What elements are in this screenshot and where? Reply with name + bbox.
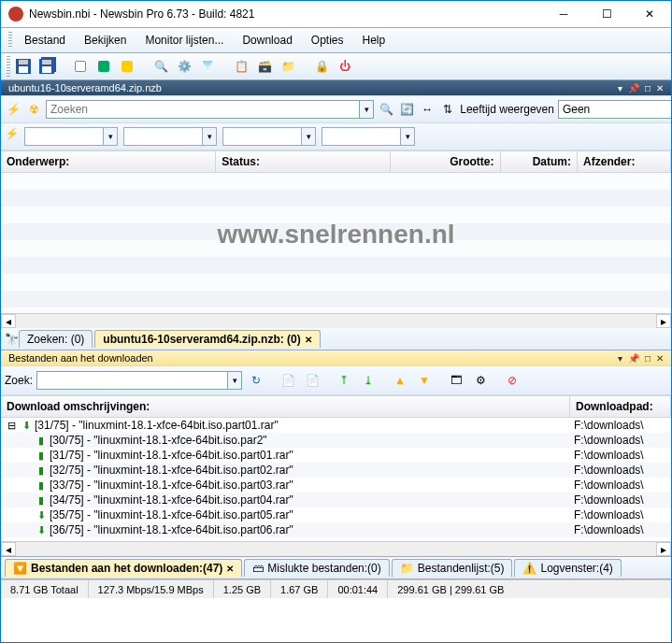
dl-panel-menu-icon[interactable]: ▾ bbox=[618, 353, 622, 364]
add-group-button[interactable]: 📁 bbox=[278, 56, 298, 77]
panel-close-icon[interactable]: ✕ bbox=[656, 83, 664, 93]
move-down-button[interactable]: ▼ bbox=[414, 370, 435, 391]
tab-downloads[interactable]: 🔽 Bestanden aan het downloaden:(47) ✕ bbox=[5, 559, 242, 577]
col-status[interactable]: Status: bbox=[216, 151, 391, 172]
row-path: F:\downloads\ bbox=[574, 523, 667, 536]
tab-filelist[interactable]: 📁 Bestandenlijst:(5) bbox=[392, 559, 513, 577]
monitor-button[interactable] bbox=[93, 56, 114, 77]
download-icon[interactable]: ↔ bbox=[419, 101, 436, 118]
panel-max-icon[interactable]: □ bbox=[645, 83, 651, 93]
menu-monitor[interactable]: Monitor lijsten... bbox=[137, 32, 231, 49]
download-row[interactable]: ⬇[35/75] - "linuxmint-18.1-xfce-64bit.is… bbox=[1, 507, 671, 522]
status-time: 00:01:44 bbox=[328, 580, 388, 598]
col-grootte[interactable]: Grootte: bbox=[391, 151, 500, 172]
tab-zoeken[interactable]: Zoeken: (0) bbox=[19, 330, 93, 348]
tab-close-icon[interactable]: ✕ bbox=[226, 564, 234, 574]
radiation-icon[interactable]: ☢ bbox=[25, 101, 42, 118]
settings-button[interactable]: ⚙️ bbox=[174, 56, 194, 77]
download-panel-title: Bestanden aan het downloaden bbox=[8, 352, 153, 364]
download-row[interactable]: ⬇[36/75] - "linuxmint-18.1-xfce-64bit.is… bbox=[1, 522, 671, 537]
app-icon bbox=[8, 7, 23, 21]
col-dl-desc[interactable]: Download omschrijvingen: bbox=[1, 396, 570, 417]
tab-failed[interactable]: 🗃 Mislukte bestanden:(0) bbox=[244, 559, 389, 577]
list1-button[interactable]: 📄 bbox=[278, 370, 298, 391]
download-row[interactable]: ▮[33/75] - "linuxmint-18.1-xfce-64bit.is… bbox=[1, 478, 671, 493]
dl-panel-close-icon[interactable]: ✕ bbox=[656, 353, 664, 364]
bolt-icon-2[interactable]: ⚡ bbox=[5, 127, 19, 146]
download-row[interactable]: ▮[30/75] - "linuxmint-18.1-xfce-64bit.is… bbox=[1, 433, 671, 448]
dl-scrollbar[interactable]: ◂ ▸ bbox=[1, 541, 671, 556]
col-dl-path[interactable]: Downloadpad: bbox=[570, 396, 671, 417]
menu-opties[interactable]: Opties bbox=[304, 32, 351, 49]
toolbar-grip[interactable] bbox=[7, 56, 10, 77]
search-icon[interactable]: 🔍 bbox=[378, 101, 394, 118]
row-path: F:\downloads\ bbox=[574, 493, 667, 507]
binoculars-icon: 🔭 bbox=[5, 333, 19, 346]
move-up-button[interactable]: ▲ bbox=[390, 370, 410, 391]
save-button[interactable] bbox=[13, 56, 34, 77]
tab-log[interactable]: ⚠️ Logvenster:(4) bbox=[514, 559, 621, 577]
add-list-button[interactable]: 📋 bbox=[231, 56, 251, 77]
download-search-input[interactable] bbox=[36, 371, 227, 390]
download-list[interactable]: ⊟⬇ [31/75] - "linuxmint-18.1-xfce-64bit.… bbox=[1, 418, 671, 541]
warning-button[interactable] bbox=[117, 56, 137, 77]
panel-menu-icon[interactable]: ▾ bbox=[618, 83, 622, 93]
move-bottom-button[interactable]: ⤓ bbox=[358, 370, 379, 391]
action2-button[interactable]: ⚙ bbox=[470, 370, 491, 391]
save-all-button[interactable] bbox=[36, 56, 57, 77]
download-row[interactable]: ▮[34/75] - "linuxmint-18.1-xfce-64bit.is… bbox=[1, 493, 671, 507]
main-toolbar: 🔍 ⚙️ 📋 🗃️ 📁 🔒 ⏻ bbox=[1, 53, 671, 80]
col-afzender[interactable]: Afzender: bbox=[578, 151, 671, 172]
search-dropdown-button[interactable]: ▾ bbox=[359, 100, 374, 119]
filter-3[interactable]: ▾ bbox=[222, 127, 316, 146]
search-tool-button[interactable]: 🔍 bbox=[150, 56, 171, 77]
warning-icon: ⚠️ bbox=[522, 562, 536, 575]
tab-close-icon[interactable]: ✕ bbox=[305, 335, 312, 345]
list-button[interactable] bbox=[70, 56, 91, 77]
age-select[interactable] bbox=[558, 100, 672, 119]
status-disk: 299.61 GB | 299.61 GB bbox=[388, 580, 671, 598]
sort-icon[interactable]: ⇅ bbox=[439, 101, 456, 118]
filter-1[interactable]: ▾ bbox=[24, 127, 118, 146]
dl-panel-pin-icon[interactable]: 📌 bbox=[628, 353, 639, 364]
maximize-button[interactable]: ☐ bbox=[585, 1, 628, 27]
close-button[interactable]: ✕ bbox=[628, 1, 671, 27]
refresh-button[interactable]: ↻ bbox=[246, 370, 266, 391]
scroll-right-button[interactable]: ▸ bbox=[656, 314, 671, 328]
filter-button[interactable] bbox=[197, 56, 218, 77]
lock-button[interactable]: 🔒 bbox=[311, 56, 332, 77]
panel-pin-icon[interactable]: 📌 bbox=[628, 83, 639, 93]
grid-body[interactable]: www.snelrennen.nl bbox=[1, 173, 671, 313]
minimize-button[interactable]: ─ bbox=[542, 1, 585, 27]
bolt-icon[interactable]: ⚡ bbox=[5, 101, 21, 118]
col-onderwerp[interactable]: Onderwerp: bbox=[1, 151, 216, 172]
action1-button[interactable]: 🗔 bbox=[446, 370, 466, 391]
search-input[interactable] bbox=[46, 100, 359, 119]
delete-button[interactable]: ⊘ bbox=[502, 370, 522, 391]
dl-panel-max-icon[interactable]: □ bbox=[645, 353, 651, 364]
power-button[interactable]: ⏻ bbox=[335, 56, 355, 77]
dl-search-dropdown[interactable]: ▾ bbox=[227, 371, 242, 390]
menubar-grip[interactable] bbox=[8, 32, 12, 49]
row-path: F:\downloads\ bbox=[574, 464, 667, 477]
menu-bestand[interactable]: Bestand bbox=[17, 32, 73, 49]
menu-help[interactable]: Help bbox=[355, 32, 393, 49]
tab-ubuntu[interactable]: ubuntu16-10serveramd64.zip.nzb: (0)✕ bbox=[94, 330, 320, 348]
dl-scroll-left[interactable]: ◂ bbox=[1, 542, 16, 556]
filter-2[interactable]: ▾ bbox=[123, 127, 217, 146]
filter-4[interactable]: ▾ bbox=[322, 127, 415, 146]
list2-button[interactable]: 📄 bbox=[302, 370, 322, 391]
menu-download[interactable]: Download bbox=[235, 32, 299, 49]
grid-scrollbar[interactable]: ◂ ▸ bbox=[1, 313, 671, 328]
menu-bekijken[interactable]: Bekijken bbox=[77, 32, 134, 49]
dl-scroll-right[interactable]: ▸ bbox=[656, 542, 671, 556]
download-row[interactable]: ▮[31/75] - "linuxmint-18.1-xfce-64bit.is… bbox=[1, 448, 671, 463]
add-server-button[interactable]: 🗃️ bbox=[254, 56, 275, 77]
middle-tabs: 🔭 Zoeken: (0) ubuntu16-10serveramd64.zip… bbox=[1, 328, 671, 350]
scroll-left-button[interactable]: ◂ bbox=[1, 314, 16, 328]
download-row[interactable]: ▮[32/75] - "linuxmint-18.1-xfce-64bit.is… bbox=[1, 463, 671, 478]
move-top-button[interactable]: ⤒ bbox=[334, 370, 354, 391]
download-row[interactable]: ⊟⬇ [31/75] - "linuxmint-18.1-xfce-64bit.… bbox=[1, 418, 671, 433]
col-datum[interactable]: Datum: bbox=[501, 151, 579, 172]
refresh-headers-icon[interactable]: 🔄 bbox=[398, 101, 415, 118]
